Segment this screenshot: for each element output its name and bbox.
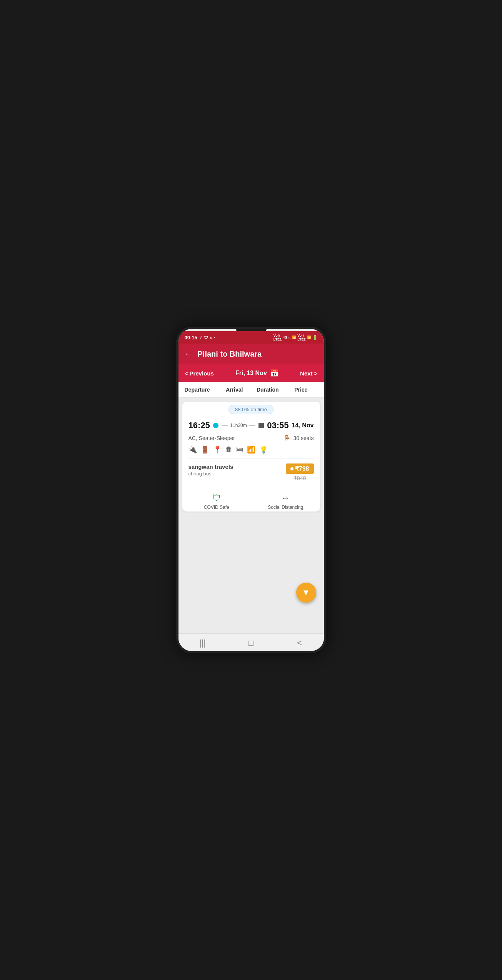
arrival-time: 03:55: [267, 420, 289, 430]
status-amazon-icon: a: [210, 336, 212, 339]
current-date: Fri, 13 Nov: [235, 370, 267, 377]
lte1-label: Vol)LTE1: [274, 334, 282, 341]
route-times-row: 16:25 11h30m 03:55 14, Nov: [188, 420, 314, 430]
seat-icon: 🪑: [284, 434, 291, 442]
filter-fab-button[interactable]: ▼: [296, 583, 316, 603]
price-dot: [290, 467, 294, 470]
social-distancing-icon: ↔: [281, 493, 290, 503]
arrival-header: Arrival: [218, 387, 251, 393]
bus-info-row: AC, Seater-Sleeper 🪑 30 seats: [188, 434, 314, 442]
on-time-badge: 88.0% on time: [228, 405, 274, 414]
arrival-square: [259, 423, 264, 428]
operator-name: sangwan travels: [188, 463, 233, 470]
top-nav: ← Pilani to Bhilwara: [178, 344, 324, 364]
content-area: 88.0% on time 16:25 11h30m 03:55: [178, 398, 324, 633]
departure-dot: [213, 423, 218, 428]
discounted-price: ₹798: [295, 465, 309, 472]
signal-4g: 4G↑↓: [283, 336, 291, 339]
door-icon: 🚪: [201, 445, 209, 454]
covid-safe-icon: 🛡: [212, 493, 221, 503]
price-block: ₹798 ₹840: [286, 463, 314, 481]
date-nav-bar: < Previous Fri, 13 Nov 📅 Next >: [178, 364, 324, 382]
charging-icon: 🔌: [188, 445, 197, 454]
signal-bars1: 📶: [292, 336, 296, 339]
bus-type: AC, Seater-Sleeper: [188, 435, 235, 441]
reading-light-icon: 💡: [259, 445, 268, 454]
operator-sub: chirag bus: [188, 471, 233, 477]
page-title: Pilani to Bhilwara: [198, 350, 262, 359]
duration-header: Duration: [251, 387, 285, 393]
seats-count: 30 seats: [294, 435, 314, 441]
bus-card[interactable]: 88.0% on time 16:25 11h30m 03:55: [182, 402, 320, 512]
departure-time: 16:25: [188, 420, 210, 430]
status-time: 09:15: [185, 335, 197, 341]
battery-icon: 🔋: [312, 335, 318, 340]
on-time-section: 88.0% on time: [182, 402, 320, 417]
operator-info: sangwan travels chirag bus: [188, 463, 233, 477]
back-button[interactable]: ←: [185, 349, 193, 359]
covid-safe-item: 🛡 COVID Safe: [182, 493, 252, 510]
amenities-row: 🔌 🚪 📍 🗑 🛏 📶 💡: [188, 445, 314, 459]
arrival-date: 14, Nov: [292, 422, 314, 429]
home-button[interactable]: □: [243, 635, 260, 651]
route-line: 11h30m: [222, 423, 256, 428]
trash-icon: 🗑: [225, 445, 232, 454]
status-shield-icon: 🛡: [204, 336, 208, 340]
operator-price-row: sangwan travels chirag bus ₹798 ₹840: [188, 459, 314, 484]
column-headers: Departure Arrival Duration Price: [178, 382, 324, 398]
location-icon: 📍: [213, 445, 222, 454]
route-info: 16:25 11h30m 03:55 14, Nov AC, Sea: [182, 417, 320, 489]
back-nav-button[interactable]: <: [291, 635, 308, 651]
status-check-icon: ✓: [199, 336, 202, 340]
status-bar: 09:15 ✓ 🛡 a ● Vol)LTE1 4G↑↓ 📶 Vol)LTE2 📶…: [178, 331, 324, 344]
price-header: Price: [284, 387, 318, 393]
covid-safe-label: COVID Safe: [204, 505, 229, 510]
blanket-icon: 🛏: [236, 445, 243, 454]
lte2-label: Vol)LTE2: [297, 334, 305, 341]
departure-header: Departure: [185, 387, 218, 393]
filter-icon: ▼: [302, 588, 310, 598]
calendar-icon[interactable]: 📅: [270, 369, 279, 377]
social-distancing-label: Social Distancing: [268, 505, 303, 510]
bottom-nav: ||| □ <: [178, 633, 324, 653]
seats-info: 🪑 30 seats: [284, 434, 314, 442]
price-badge: ₹798: [286, 463, 314, 474]
wifi-icon: 📶: [247, 445, 255, 454]
previous-date-button[interactable]: < Previous: [185, 370, 214, 377]
next-date-button[interactable]: Next >: [300, 370, 317, 377]
status-dot: ●: [213, 336, 215, 339]
signal-bars2: 📶: [307, 336, 311, 339]
menu-button[interactable]: |||: [194, 635, 211, 651]
safety-badges: 🛡 COVID Safe ↔ Social Distancing: [182, 489, 320, 512]
original-price: ₹840: [286, 475, 314, 481]
social-distancing-item: ↔ Social Distancing: [251, 493, 320, 510]
route-duration: 11h30m: [228, 423, 249, 428]
